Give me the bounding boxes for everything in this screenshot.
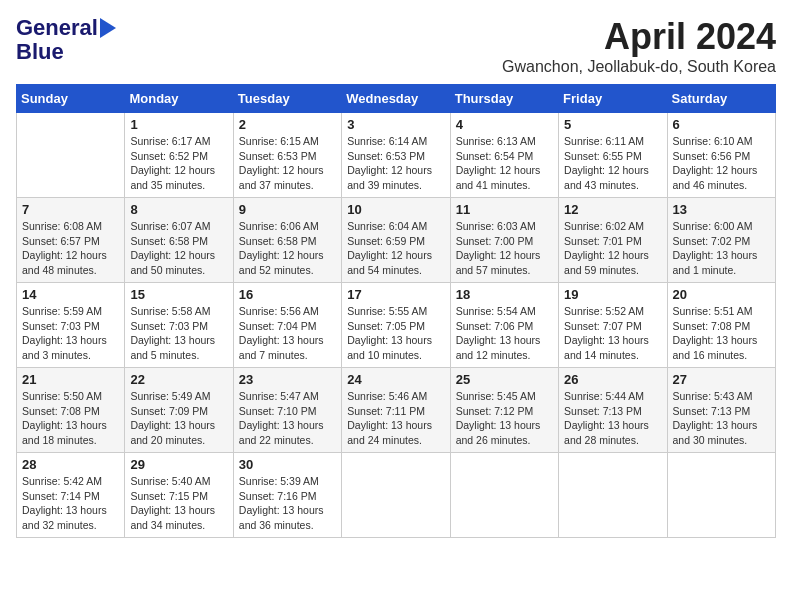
calendar-cell: 1Sunrise: 6:17 AM Sunset: 6:52 PM Daylig… — [125, 113, 233, 198]
calendar-cell: 21Sunrise: 5:50 AM Sunset: 7:08 PM Dayli… — [17, 368, 125, 453]
day-info: Sunrise: 6:00 AM Sunset: 7:02 PM Dayligh… — [673, 219, 770, 278]
calendar-cell — [450, 453, 558, 538]
calendar-cell: 26Sunrise: 5:44 AM Sunset: 7:13 PM Dayli… — [559, 368, 667, 453]
day-info: Sunrise: 5:40 AM Sunset: 7:15 PM Dayligh… — [130, 474, 227, 533]
location-title: Gwanchon, Jeollabuk-do, South Korea — [502, 58, 776, 76]
calendar-cell: 4Sunrise: 6:13 AM Sunset: 6:54 PM Daylig… — [450, 113, 558, 198]
day-info: Sunrise: 5:44 AM Sunset: 7:13 PM Dayligh… — [564, 389, 661, 448]
calendar-cell: 16Sunrise: 5:56 AM Sunset: 7:04 PM Dayli… — [233, 283, 341, 368]
day-info: Sunrise: 5:54 AM Sunset: 7:06 PM Dayligh… — [456, 304, 553, 363]
calendar-cell: 15Sunrise: 5:58 AM Sunset: 7:03 PM Dayli… — [125, 283, 233, 368]
calendar-week-1: 1Sunrise: 6:17 AM Sunset: 6:52 PM Daylig… — [17, 113, 776, 198]
calendar-cell — [667, 453, 775, 538]
calendar-cell: 19Sunrise: 5:52 AM Sunset: 7:07 PM Dayli… — [559, 283, 667, 368]
day-info: Sunrise: 5:49 AM Sunset: 7:09 PM Dayligh… — [130, 389, 227, 448]
calendar-cell — [559, 453, 667, 538]
day-info: Sunrise: 6:15 AM Sunset: 6:53 PM Dayligh… — [239, 134, 336, 193]
day-number: 16 — [239, 287, 336, 302]
day-info: Sunrise: 5:55 AM Sunset: 7:05 PM Dayligh… — [347, 304, 444, 363]
weekday-header-saturday: Saturday — [667, 85, 775, 113]
title-area: April 2024 Gwanchon, Jeollabuk-do, South… — [502, 16, 776, 76]
day-info: Sunrise: 5:43 AM Sunset: 7:13 PM Dayligh… — [673, 389, 770, 448]
day-info: Sunrise: 6:17 AM Sunset: 6:52 PM Dayligh… — [130, 134, 227, 193]
day-info: Sunrise: 6:13 AM Sunset: 6:54 PM Dayligh… — [456, 134, 553, 193]
day-number: 7 — [22, 202, 119, 217]
day-info: Sunrise: 5:47 AM Sunset: 7:10 PM Dayligh… — [239, 389, 336, 448]
weekday-header-friday: Friday — [559, 85, 667, 113]
day-number: 29 — [130, 457, 227, 472]
calendar-cell: 29Sunrise: 5:40 AM Sunset: 7:15 PM Dayli… — [125, 453, 233, 538]
calendar-cell: 17Sunrise: 5:55 AM Sunset: 7:05 PM Dayli… — [342, 283, 450, 368]
day-number: 3 — [347, 117, 444, 132]
day-number: 23 — [239, 372, 336, 387]
day-number: 21 — [22, 372, 119, 387]
weekday-header-row: SundayMondayTuesdayWednesdayThursdayFrid… — [17, 85, 776, 113]
day-info: Sunrise: 5:59 AM Sunset: 7:03 PM Dayligh… — [22, 304, 119, 363]
day-info: Sunrise: 5:56 AM Sunset: 7:04 PM Dayligh… — [239, 304, 336, 363]
day-info: Sunrise: 5:52 AM Sunset: 7:07 PM Dayligh… — [564, 304, 661, 363]
day-number: 18 — [456, 287, 553, 302]
day-number: 19 — [564, 287, 661, 302]
calendar-cell: 23Sunrise: 5:47 AM Sunset: 7:10 PM Dayli… — [233, 368, 341, 453]
day-number: 13 — [673, 202, 770, 217]
calendar-cell: 8Sunrise: 6:07 AM Sunset: 6:58 PM Daylig… — [125, 198, 233, 283]
day-number: 20 — [673, 287, 770, 302]
calendar-cell: 12Sunrise: 6:02 AM Sunset: 7:01 PM Dayli… — [559, 198, 667, 283]
day-info: Sunrise: 6:11 AM Sunset: 6:55 PM Dayligh… — [564, 134, 661, 193]
day-info: Sunrise: 5:39 AM Sunset: 7:16 PM Dayligh… — [239, 474, 336, 533]
calendar-cell: 5Sunrise: 6:11 AM Sunset: 6:55 PM Daylig… — [559, 113, 667, 198]
weekday-header-monday: Monday — [125, 85, 233, 113]
calendar-cell: 6Sunrise: 6:10 AM Sunset: 6:56 PM Daylig… — [667, 113, 775, 198]
weekday-header-tuesday: Tuesday — [233, 85, 341, 113]
day-info: Sunrise: 6:06 AM Sunset: 6:58 PM Dayligh… — [239, 219, 336, 278]
month-title: April 2024 — [502, 16, 776, 58]
day-number: 15 — [130, 287, 227, 302]
calendar-cell: 27Sunrise: 5:43 AM Sunset: 7:13 PM Dayli… — [667, 368, 775, 453]
day-info: Sunrise: 6:04 AM Sunset: 6:59 PM Dayligh… — [347, 219, 444, 278]
calendar-cell: 28Sunrise: 5:42 AM Sunset: 7:14 PM Dayli… — [17, 453, 125, 538]
calendar-cell: 20Sunrise: 5:51 AM Sunset: 7:08 PM Dayli… — [667, 283, 775, 368]
calendar-week-4: 21Sunrise: 5:50 AM Sunset: 7:08 PM Dayli… — [17, 368, 776, 453]
day-number: 4 — [456, 117, 553, 132]
day-number: 17 — [347, 287, 444, 302]
day-info: Sunrise: 5:45 AM Sunset: 7:12 PM Dayligh… — [456, 389, 553, 448]
day-number: 8 — [130, 202, 227, 217]
calendar-cell: 2Sunrise: 6:15 AM Sunset: 6:53 PM Daylig… — [233, 113, 341, 198]
day-number: 26 — [564, 372, 661, 387]
day-info: Sunrise: 5:46 AM Sunset: 7:11 PM Dayligh… — [347, 389, 444, 448]
day-number: 12 — [564, 202, 661, 217]
day-number: 1 — [130, 117, 227, 132]
weekday-header-wednesday: Wednesday — [342, 85, 450, 113]
day-info: Sunrise: 5:51 AM Sunset: 7:08 PM Dayligh… — [673, 304, 770, 363]
day-info: Sunrise: 5:42 AM Sunset: 7:14 PM Dayligh… — [22, 474, 119, 533]
day-number: 27 — [673, 372, 770, 387]
day-number: 25 — [456, 372, 553, 387]
weekday-header-sunday: Sunday — [17, 85, 125, 113]
day-info: Sunrise: 5:58 AM Sunset: 7:03 PM Dayligh… — [130, 304, 227, 363]
logo-text-general: General — [16, 16, 98, 40]
calendar-week-2: 7Sunrise: 6:08 AM Sunset: 6:57 PM Daylig… — [17, 198, 776, 283]
calendar-cell: 13Sunrise: 6:00 AM Sunset: 7:02 PM Dayli… — [667, 198, 775, 283]
calendar-cell: 11Sunrise: 6:03 AM Sunset: 7:00 PM Dayli… — [450, 198, 558, 283]
calendar-cell: 3Sunrise: 6:14 AM Sunset: 6:53 PM Daylig… — [342, 113, 450, 198]
day-info: Sunrise: 6:10 AM Sunset: 6:56 PM Dayligh… — [673, 134, 770, 193]
day-number: 6 — [673, 117, 770, 132]
calendar-cell: 14Sunrise: 5:59 AM Sunset: 7:03 PM Dayli… — [17, 283, 125, 368]
calendar-cell: 22Sunrise: 5:49 AM Sunset: 7:09 PM Dayli… — [125, 368, 233, 453]
calendar-cell: 25Sunrise: 5:45 AM Sunset: 7:12 PM Dayli… — [450, 368, 558, 453]
calendar-cell — [342, 453, 450, 538]
calendar-cell: 24Sunrise: 5:46 AM Sunset: 7:11 PM Dayli… — [342, 368, 450, 453]
day-info: Sunrise: 6:07 AM Sunset: 6:58 PM Dayligh… — [130, 219, 227, 278]
calendar-cell: 18Sunrise: 5:54 AM Sunset: 7:06 PM Dayli… — [450, 283, 558, 368]
calendar-week-5: 28Sunrise: 5:42 AM Sunset: 7:14 PM Dayli… — [17, 453, 776, 538]
calendar-cell: 30Sunrise: 5:39 AM Sunset: 7:16 PM Dayli… — [233, 453, 341, 538]
day-number: 14 — [22, 287, 119, 302]
day-info: Sunrise: 6:14 AM Sunset: 6:53 PM Dayligh… — [347, 134, 444, 193]
day-number: 11 — [456, 202, 553, 217]
day-info: Sunrise: 6:02 AM Sunset: 7:01 PM Dayligh… — [564, 219, 661, 278]
day-number: 22 — [130, 372, 227, 387]
page-header: General Blue April 2024 Gwanchon, Jeolla… — [16, 16, 776, 76]
logo: General Blue — [16, 16, 116, 64]
day-number: 28 — [22, 457, 119, 472]
logo-arrow-icon — [100, 18, 116, 38]
